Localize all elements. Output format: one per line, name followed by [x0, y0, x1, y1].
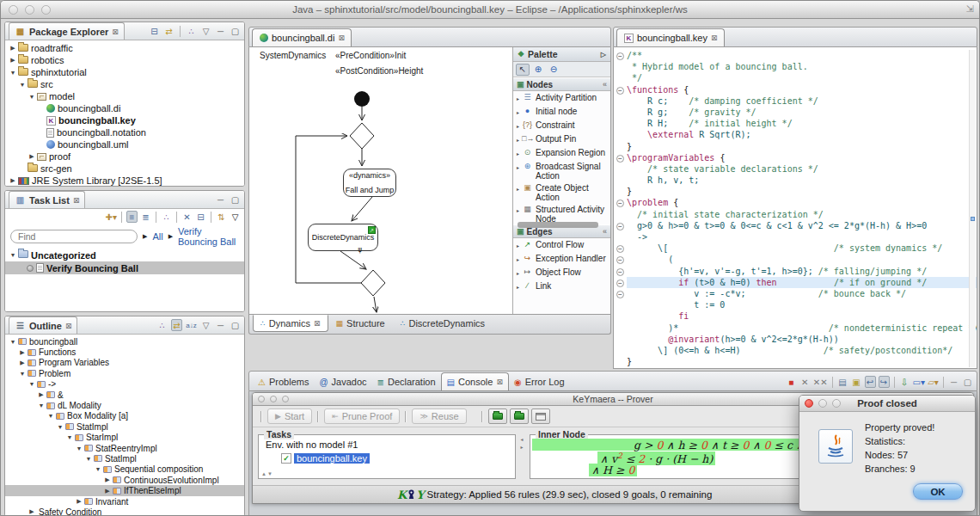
package-explorer-item[interactable]: ▼sphinxtutorial [5, 66, 244, 78]
collapse-all-icon[interactable]: ⊟ [195, 211, 206, 223]
code-line[interactable]: } [614, 141, 977, 152]
package-explorer-item[interactable]: bouncingball.di [5, 102, 244, 114]
expanded-twistie-icon[interactable]: ▼ [84, 456, 93, 462]
code-line[interactable]: −\programVariables { [614, 152, 977, 163]
window-titlebar[interactable]: Java – sphinxtutorial/src/model/bouncing… [1, 1, 979, 19]
fold-collapse-icon[interactable]: − [614, 243, 627, 254]
occurrence-marker[interactable] [971, 217, 975, 221]
package-explorer-item[interactable]: src-gen [5, 163, 244, 175]
load-proof-button[interactable] [510, 408, 529, 424]
collapse-all-icon[interactable]: ⊟ [149, 25, 160, 37]
expanded-twistie-icon[interactable]: ▼ [37, 402, 46, 408]
tab-discretedynamics[interactable]: ∴ DiscreteDynamics [393, 315, 493, 332]
package-explorer-item[interactable]: ▶JRE System Library [J2SE-1.5] [5, 175, 244, 186]
close-tab-icon[interactable]: ⊠ [314, 319, 321, 328]
control-flow-edge[interactable] [352, 197, 372, 221]
expanded-twistie-icon[interactable]: ▼ [9, 70, 17, 76]
fold-collapse-icon[interactable]: − [614, 288, 627, 299]
tab-declaration[interactable]: ≣ Declaration [372, 373, 441, 390]
remove-all-launches-icon[interactable]: ✕✕ [813, 376, 828, 388]
outline-item[interactable]: ▼Problem [5, 368, 244, 378]
fold-collapse-icon[interactable]: − [614, 220, 627, 231]
link-with-editor-icon[interactable]: ⇄ [163, 25, 175, 37]
palette-item-broadcast-signal-action[interactable]: ▸⊛Broadcast Signal Action [513, 160, 610, 181]
outline-item[interactable]: ▶Program Variables [5, 358, 244, 368]
package-explorer-item[interactable]: ▼src [5, 78, 244, 90]
fold-collapse-icon[interactable]: − [614, 266, 627, 277]
code-line[interactable]: } [614, 356, 977, 367]
outline-item[interactable]: ▼bouncingball [5, 336, 244, 347]
package-explorer-item[interactable]: ▶robotics [5, 54, 244, 66]
code-line[interactable]: − ( [614, 254, 977, 265]
palette-item-activity-partition[interactable]: ▸☰Activity Partition [513, 91, 610, 105]
activity-diagram[interactable]: SystemDynamics «PreCondition»Init «PostC… [249, 47, 512, 314]
expanded-twistie-icon[interactable]: ▼ [28, 381, 36, 387]
decision-node-1[interactable] [350, 123, 374, 149]
code-line[interactable]: R h, v, t; [614, 175, 977, 186]
code-line[interactable]: −\problem { [614, 197, 977, 208]
collapsed-twistie-icon[interactable]: ▶ [9, 45, 17, 52]
fullscreen-icon[interactable]: ⇲ [966, 3, 974, 15]
collapsed-twistie-icon[interactable]: ▶ [9, 57, 17, 64]
discrete-dynamics-node[interactable]: DiscreteDynamics ↗ ⋔ [308, 224, 378, 251]
show-on-output-icon[interactable]: ↪ [879, 376, 890, 388]
code-line[interactable]: */ [614, 72, 977, 83]
terminate-icon[interactable]: ■ [786, 376, 797, 388]
code-line[interactable]: R H; /* initial height */ [614, 118, 977, 129]
diagram-canvas[interactable]: SystemDynamics «PreCondition»Init «PostC… [248, 47, 611, 315]
outline-item[interactable]: ▼-> [5, 379, 244, 390]
close-tab-icon[interactable]: ⊠ [338, 34, 345, 42]
package-explorer-item[interactable]: bouncingball.notation [5, 126, 244, 138]
ok-button[interactable]: OK [913, 483, 963, 500]
outline-item[interactable]: ▶Functions [5, 347, 244, 357]
sort-icon[interactable]: a↓z [186, 319, 197, 331]
code-line[interactable]: \] (0<=h & h<=H) /* safety/postcondition… [614, 345, 977, 356]
code-line[interactable]: /* state variable declarations */ [614, 163, 977, 175]
scroll-arrows-icon[interactable]: ▲▼ [261, 471, 273, 476]
expanded-twistie-icon[interactable]: ▼ [46, 413, 55, 419]
palette-item-link[interactable]: ▸∕Link [513, 280, 610, 293]
outline-item[interactable]: ▶Safety Condition [5, 507, 244, 516]
collapsed-twistie-icon[interactable]: ▶ [18, 349, 27, 356]
view-menu-icon[interactable]: ▽ [200, 319, 211, 331]
task-list-item[interactable]: ▼Uncategorized [5, 249, 244, 261]
code-line[interactable]: @invariant(h>=0 & v^2<=2*g*(H-h)) [614, 334, 977, 345]
hide-completed-icon[interactable]: ✕ [181, 211, 193, 223]
save-proof-button[interactable] [531, 408, 550, 424]
minimize-view-icon[interactable]: ─ [215, 194, 226, 206]
tab-structure[interactable]: ▦ Structure [328, 315, 393, 332]
synchronize-icon[interactable]: ⇅ [216, 211, 227, 223]
task-file-row[interactable]: ✓ bouncingball.key [281, 453, 370, 464]
close-view-icon[interactable]: ⊠ [73, 196, 80, 205]
palette-collapse-icon[interactable]: ▷ [601, 51, 606, 58]
remove-launch-icon[interactable]: ✕ [799, 376, 811, 388]
tab-dynamics[interactable]: ∴ Dynamics ⊠ [253, 315, 328, 332]
code-line[interactable]: − \[ /* system dynamics */ [614, 243, 977, 254]
code-area[interactable]: −/** * Hybrid model of a bouncing ball. … [614, 50, 977, 367]
clear-console-icon[interactable]: ▤ [837, 376, 848, 388]
minimize-view-icon[interactable]: ─ [948, 376, 959, 388]
categorized-mode-icon[interactable]: ≡ [126, 211, 138, 223]
outline-item[interactable]: ▼StatReentryImpl [5, 443, 244, 453]
word-wrap-icon[interactable]: ↩ [865, 376, 876, 388]
collapsed-twistie-icon[interactable]: ▶ [28, 153, 36, 160]
code-line[interactable]: −\functions { [614, 84, 977, 95]
expanded-twistie-icon[interactable]: ▼ [94, 466, 102, 472]
working-sets-icon[interactable]: ∴ [186, 25, 197, 37]
tab-error-log[interactable]: ◉ Error Log [509, 373, 570, 390]
fold-collapse-icon[interactable]: − [614, 84, 627, 95]
find-input[interactable] [10, 230, 138, 243]
expanded-twistie-icon[interactable]: ▼ [18, 371, 27, 377]
collapsed-twistie-icon[interactable]: ▶ [103, 488, 112, 494]
palette-item-output-pin[interactable]: ▸□→Output Pin [513, 132, 610, 146]
package-explorer-item[interactable]: bouncingball.key [5, 114, 244, 126]
tab-console[interactable]: ▤ Console ⊠ [441, 372, 509, 390]
drawer-pin-icon[interactable]: « [603, 227, 607, 236]
partition-label[interactable]: SystemDynamics [260, 51, 326, 60]
collapsed-twistie-icon[interactable]: ▶ [9, 177, 17, 184]
initial-node[interactable] [354, 91, 370, 107]
splitter-arrow-icon[interactable]: ▸ [520, 444, 523, 450]
code-line[interactable]: − v := -c*v; /* bounce back */ [614, 288, 977, 299]
precondition-label[interactable]: «PreCondition»Init [335, 51, 406, 60]
fold-collapse-icon[interactable]: − [614, 152, 627, 163]
